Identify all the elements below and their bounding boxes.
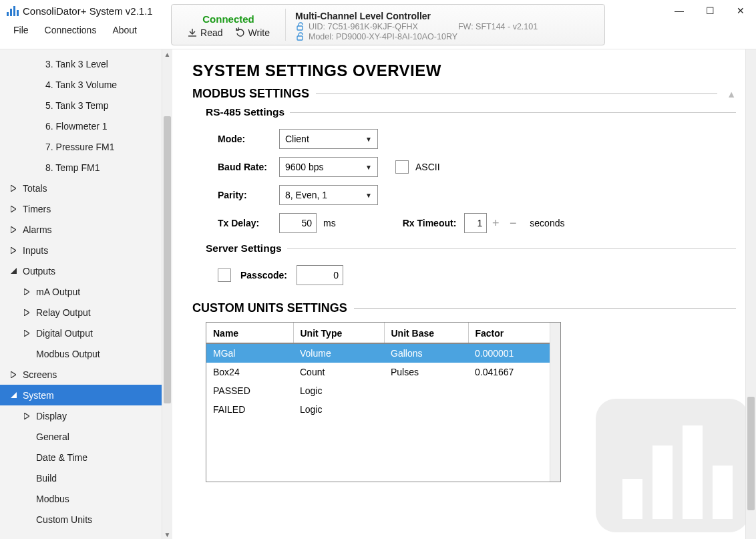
- tree-item-label: General: [36, 431, 69, 442]
- rxtimeout-input[interactable]: 1: [464, 213, 487, 233]
- scroll-up-icon[interactable]: ▲: [162, 49, 172, 59]
- custom-units-header-text: CUSTOM UNITS SETTINGS: [192, 301, 347, 315]
- rxtimeout-label: Rx Timeout:: [403, 218, 457, 228]
- scroll-down-icon[interactable]: ▼: [162, 530, 172, 539]
- tree-item[interactable]: 3. Tank 3 Level: [0, 53, 162, 74]
- mode-select[interactable]: Client ▼: [279, 129, 378, 149]
- tree-item[interactable]: Modbus: [0, 488, 162, 509]
- content-scrollbar[interactable]: [745, 49, 756, 539]
- tree-item[interactable]: Inputs: [0, 240, 162, 260]
- cell-factor: [468, 400, 550, 419]
- table-row[interactable]: Box24CountPulses0.041667: [206, 363, 550, 381]
- tree-item-label: Display: [36, 411, 67, 421]
- app-title: ConsoliDator+ System v2.1.1: [7, 3, 171, 18]
- parity-select[interactable]: 8, Even, 1 ▼: [279, 185, 378, 205]
- table-row[interactable]: MGalVolumeGallons0.000001: [206, 343, 550, 363]
- sidebar-scrollbar[interactable]: ▲ ▼: [162, 49, 172, 539]
- baud-label: Baud Rate:: [218, 162, 279, 172]
- read-label: Read: [200, 27, 222, 38]
- svg-marker-13: [24, 330, 29, 337]
- read-button[interactable]: Read: [187, 27, 222, 38]
- chevron-down-icon: [9, 268, 17, 274]
- tree-item-label: Modbus: [36, 494, 69, 504]
- custom-units-section-header: CUSTOM UNITS SETTINGS: [192, 301, 736, 315]
- cell-type: Volume: [293, 343, 384, 363]
- tree-item[interactable]: Build: [0, 468, 162, 488]
- chevron-right-icon: [23, 413, 31, 419]
- rxtimeout-unit: seconds: [530, 218, 564, 228]
- modbus-section-header: MODBUS SETTINGS ▲: [192, 87, 736, 101]
- passcode-checkbox[interactable]: [218, 268, 231, 282]
- custom-units-table: Name Unit Type Unit Base Factor MGalVolu…: [206, 322, 561, 482]
- svg-marker-11: [24, 289, 29, 295]
- device-uid: UID: 7C51-961K-9KJF-QFHX: [309, 22, 418, 31]
- tree-item[interactable]: Modbus Output: [0, 343, 162, 364]
- tree-item[interactable]: Relay Output: [0, 302, 162, 323]
- svg-marker-15: [11, 392, 17, 398]
- page-title: SYSTEM SETTINGS OVERVIEW: [192, 61, 736, 80]
- rxtimeout-stepper[interactable]: 1 + −: [464, 213, 522, 233]
- tree-item[interactable]: System: [0, 385, 162, 405]
- tree-item[interactable]: General: [0, 426, 162, 447]
- tree-item[interactable]: 5. Tank 3 Temp: [0, 95, 162, 116]
- table-row[interactable]: PASSEDLogic: [206, 381, 550, 400]
- scroll-thumb[interactable]: [164, 116, 171, 403]
- window-minimize[interactable]: —: [664, 0, 695, 21]
- collapse-icon[interactable]: ▲: [724, 89, 736, 100]
- cell-name: Box24: [206, 363, 293, 381]
- titlebar: ConsoliDator+ System v2.1.1 File Connect…: [0, 0, 756, 49]
- menu-about[interactable]: About: [106, 22, 144, 38]
- plus-icon[interactable]: +: [487, 213, 504, 233]
- scroll-thumb[interactable]: [747, 397, 755, 510]
- chevron-right-icon: [9, 247, 17, 254]
- window-close[interactable]: ✕: [725, 0, 756, 21]
- tree-item[interactable]: 4. Tank 3 Volume: [0, 74, 162, 95]
- tree-item[interactable]: Date & Time: [0, 447, 162, 468]
- device-model: Model: PD9000-XY-4PI-8AI-10AO-10RY: [309, 32, 457, 41]
- sidebar: 3. Tank 3 Level4. Tank 3 Volume5. Tank 3…: [0, 49, 172, 539]
- tree-item-label: 3. Tank 3 Level: [45, 59, 108, 69]
- chevron-down-icon: ▼: [365, 136, 372, 143]
- cell-base: [384, 400, 468, 419]
- tree-item-label: Timers: [23, 204, 51, 214]
- tree-item[interactable]: Display: [0, 405, 162, 426]
- txdelay-input[interactable]: 50: [279, 213, 317, 233]
- app-title-text: ConsoliDator+ System v2.1.1: [23, 5, 153, 17]
- col-unit-type[interactable]: Unit Type: [293, 323, 384, 343]
- svg-rect-3: [17, 10, 19, 16]
- tree-item-label: Outputs: [23, 266, 55, 277]
- col-factor[interactable]: Factor: [468, 323, 550, 343]
- tree-item[interactable]: Screens: [0, 364, 162, 385]
- minus-icon[interactable]: −: [504, 213, 522, 233]
- svg-marker-12: [24, 309, 29, 316]
- table-row[interactable]: FAILEDLogic: [206, 400, 550, 419]
- table-scrollbar[interactable]: [550, 323, 560, 482]
- baud-select[interactable]: 9600 bps ▼: [279, 157, 378, 177]
- col-unit-base[interactable]: Unit Base: [384, 323, 468, 343]
- tree-item[interactable]: 6. Flowmeter 1: [0, 116, 162, 136]
- menu-connections[interactable]: Connections: [38, 22, 104, 38]
- tree-item[interactable]: Outputs: [0, 260, 162, 281]
- col-name[interactable]: Name: [206, 323, 293, 343]
- menu-file[interactable]: File: [7, 22, 35, 38]
- tree-item-label: Digital Output: [36, 328, 93, 339]
- tree-item[interactable]: Digital Output: [0, 323, 162, 343]
- tree-item[interactable]: 8. Temp FM1: [0, 157, 162, 178]
- tree-item-label: Relay Output: [36, 307, 91, 318]
- svg-marker-9: [11, 247, 16, 254]
- tree-item[interactable]: Timers: [0, 198, 162, 219]
- tree-item[interactable]: Totals: [0, 178, 162, 198]
- chevron-down-icon: ▼: [365, 164, 372, 171]
- tree-item[interactable]: Custom Units: [0, 509, 162, 530]
- tree-item[interactable]: 7. Pressure FM1: [0, 136, 162, 157]
- svg-rect-0: [7, 12, 9, 16]
- cell-type: Logic: [293, 381, 384, 400]
- window-maximize[interactable]: ☐: [695, 0, 725, 21]
- write-button[interactable]: Write: [234, 27, 270, 38]
- tree-item[interactable]: Alarms: [0, 219, 162, 240]
- tree-item-label: Date & Time: [36, 452, 87, 463]
- ascii-checkbox[interactable]: [395, 160, 409, 174]
- passcode-input[interactable]: 0: [297, 265, 343, 285]
- tree-item[interactable]: mA Output: [0, 281, 162, 302]
- svg-marker-10: [11, 268, 17, 274]
